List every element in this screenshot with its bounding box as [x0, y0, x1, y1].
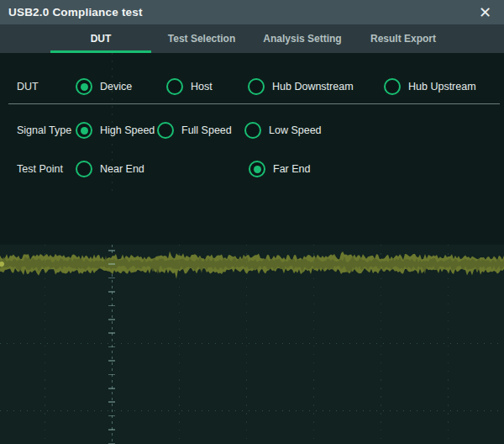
graticule-v-line: [179, 245, 180, 444]
radio-dot: [81, 166, 88, 173]
radio-dot: [389, 83, 396, 91]
tab-label: Analysis Setting: [263, 33, 341, 45]
close-icon[interactable]: ✕: [475, 4, 496, 21]
tab-label: Test Selection: [168, 33, 235, 45]
graticule-axis-tick: [108, 263, 115, 265]
graticule-v-line: [381, 245, 381, 444]
graticule-v-line: [246, 245, 247, 444]
dialog-titlebar: USB2.0 Compliance test ✕: [0, 0, 504, 24]
graticule-v-line: [313, 245, 314, 444]
graticule-axis-tick: [108, 374, 115, 376]
tab-bar: DUTTest SelectionAnalysis SettingResult …: [0, 24, 504, 53]
scope-display-area: [0, 245, 504, 444]
graticule-axis-tick: [108, 401, 115, 403]
form-row-test-point: Test PointNear EndFar End: [0, 159, 504, 179]
radio-icon: [244, 122, 261, 139]
graticule-axis-tick: [108, 332, 115, 334]
radio-icon: [248, 78, 265, 95]
row-label: Test Point: [17, 163, 63, 175]
graticule-center-axis-faint: [112, 53, 113, 192]
row-label: DUT: [17, 81, 39, 92]
radio-label: Hub Upstream: [408, 81, 476, 92]
radio-label: Far End: [273, 163, 310, 175]
radio-icon: [249, 161, 265, 177]
graticule-axis-tick: [108, 250, 115, 251]
radio-label: Near End: [100, 163, 144, 175]
radio-icon: [166, 78, 183, 95]
radio-label: Device: [100, 81, 132, 92]
radio-label: Full Speed: [181, 124, 232, 136]
radio-option-hub-downstream[interactable]: Hub Downstream: [248, 78, 354, 95]
radio-label: Hub Downstream: [272, 81, 354, 92]
radio-icon: [384, 78, 401, 95]
tab-result-export[interactable]: Result Export: [353, 24, 454, 53]
section-divider: [8, 103, 500, 104]
graticule-axis-tick: [108, 278, 115, 279]
tab-label: DUT: [91, 33, 112, 45]
radio-dot: [171, 83, 179, 91]
radio-option-host[interactable]: Host: [166, 78, 213, 95]
radio-dot: [162, 127, 170, 135]
radio-dot: [249, 127, 257, 135]
radio-option-full-speed[interactable]: Full Speed: [157, 122, 232, 139]
waveform-trace: [0, 246, 504, 283]
graticule-h-line: [0, 343, 504, 344]
radio-option-near-end[interactable]: Near End: [76, 161, 144, 177]
dialog-content: DUTDeviceHostHub DownstreamHub UpstreamS…: [0, 53, 504, 444]
tab-test-selection[interactable]: Test Selection: [151, 24, 252, 53]
radio-label: Host: [191, 81, 213, 92]
graticule-axis-tick: [108, 291, 115, 293]
graticule-axis-tick: [108, 360, 115, 362]
radio-option-high-speed[interactable]: High Speed: [76, 122, 155, 139]
graticule-axis-tick: [108, 305, 115, 307]
radio-dot: [81, 127, 88, 135]
radio-option-hub-upstream[interactable]: Hub Upstream: [384, 78, 476, 95]
radio-option-far-end[interactable]: Far End: [249, 161, 310, 177]
form-row-dut: DUTDeviceHostHub DownstreamHub Upstream: [0, 77, 504, 97]
radio-label: High Speed: [100, 124, 155, 136]
graticule-v-line: [45, 245, 45, 444]
radio-option-device[interactable]: Device: [76, 78, 132, 95]
radio-icon: [76, 78, 92, 95]
radio-label: Low Speed: [269, 124, 322, 136]
graticule-axis-tick: [108, 415, 115, 417]
form-row-signal-type: Signal TypeHigh SpeedFull SpeedLow Speed: [0, 120, 504, 140]
graticule-axis-tick: [108, 388, 115, 389]
radio-icon: [76, 161, 92, 177]
graticule-axis-tick: [108, 346, 115, 348]
radio-icon: [76, 122, 92, 139]
graticule-axis-tick: [108, 319, 115, 320]
row-label: Signal Type: [17, 124, 71, 136]
graticule-v-line: [448, 245, 449, 444]
tab-dut[interactable]: DUT: [50, 24, 151, 53]
radio-dot: [81, 83, 88, 91]
dialog-title: USB2.0 Compliance test: [8, 6, 143, 18]
tab-label: Result Export: [370, 33, 436, 45]
radio-option-low-speed[interactable]: Low Speed: [244, 122, 322, 139]
radio-dot: [254, 166, 261, 173]
graticule-h-line: [0, 410, 504, 411]
usb-compliance-dialog: USB2.0 Compliance test ✕ DUTTest Selecti…: [0, 0, 504, 444]
radio-icon: [157, 122, 174, 139]
radio-dot: [253, 83, 260, 91]
tab-analysis-setting[interactable]: Analysis Setting: [252, 24, 353, 53]
graticule-axis-tick: [108, 429, 115, 431]
